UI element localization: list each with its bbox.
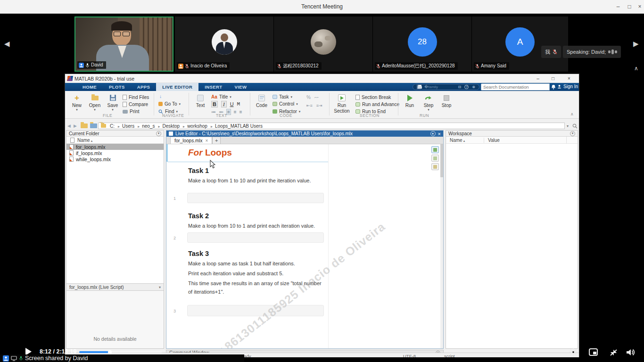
task3-text-1[interactable]: Make a loop same as task 1 but half iter…	[188, 260, 327, 268]
indent-left-icon[interactable]: ⇤≡	[306, 103, 313, 108]
control-dropdown[interactable]: Control	[272, 101, 298, 107]
breadcrumb-item[interactable]: Users	[116, 123, 134, 129]
scrollbar-thumb[interactable]	[440, 144, 443, 177]
tab-home[interactable]: HOME	[76, 83, 103, 91]
search-folder-icon[interactable]	[572, 123, 578, 129]
step-button[interactable]: Step	[420, 93, 438, 111]
breadcrumb-item[interactable]: Loops_MATLAB Users	[208, 123, 263, 129]
align-center-icon[interactable]: ≡	[234, 109, 237, 115]
stop-button[interactable]: Stop	[438, 93, 455, 108]
participant-tile-amany[interactable]: A Amany Said	[472, 16, 568, 72]
code-button[interactable]: Code	[253, 93, 271, 108]
panel-menu-icon[interactable]	[570, 131, 575, 136]
compare-button[interactable]: Compare	[123, 101, 148, 107]
shrink-window-icon[interactable]	[610, 349, 618, 356]
breadcrumb-item[interactable]: workshop	[181, 123, 207, 129]
browse-folder-icon[interactable]	[81, 123, 88, 128]
file-row-if-loops[interactable]: if_loops.mlx	[66, 150, 164, 156]
progress-handle[interactable]	[108, 350, 112, 354]
workspace-value-column[interactable]: Value	[484, 138, 566, 143]
sign-in[interactable]: Sign In	[557, 84, 578, 89]
new-tab-button[interactable]	[212, 137, 221, 144]
minimize-button[interactable]	[613, 2, 623, 11]
task3-text-3[interactable]: This time save the results in an array o…	[188, 280, 327, 296]
bold-button[interactable]: B	[211, 101, 218, 107]
title-style-dropdown[interactable]: AaTitle	[211, 94, 231, 100]
open-button[interactable]: Open	[86, 93, 104, 111]
monospace-button[interactable]: M	[237, 101, 240, 107]
task3-heading[interactable]: Task 3	[188, 250, 209, 257]
run-button[interactable]: Run	[401, 93, 419, 108]
save-button[interactable]: Save	[104, 93, 122, 111]
search-documentation-input[interactable]	[481, 84, 547, 90]
task2-text[interactable]: Make a loop from 10 to 1 and print each …	[188, 222, 327, 230]
new-button[interactable]: +New	[68, 93, 86, 111]
side-code-icon[interactable]	[431, 155, 439, 162]
participant-tile-david[interactable]: David	[74, 16, 173, 72]
tab-view[interactable]: VIEW	[228, 83, 253, 91]
editor-scrollbar[interactable]	[440, 144, 443, 348]
underline-button[interactable]: U	[230, 101, 234, 107]
code-placeholder-1[interactable]	[187, 193, 324, 203]
breadcrumb[interactable]: C: Users neo_s Desktop workshop Loops_MA…	[98, 123, 565, 129]
close-quickbar-icon[interactable]: ⊗	[472, 85, 475, 89]
matlab-maximize-button[interactable]	[547, 75, 559, 82]
quick-access-toolbar[interactable]: �family ⊟ ? ⊗	[413, 84, 479, 90]
tab-close-icon[interactable]	[205, 138, 208, 143]
notifications-bell-icon[interactable]	[551, 84, 556, 90]
italic-button[interactable]: I	[221, 101, 227, 107]
indent-right-icon[interactable]: ≡⇥	[316, 103, 322, 108]
strip-scroll-right-icon[interactable]	[633, 40, 639, 48]
run-section-button[interactable]: Run Section	[332, 93, 352, 114]
code-placeholder-3[interactable]	[187, 305, 324, 316]
breadcrumb-item[interactable]: Desktop	[156, 123, 180, 129]
task2-heading[interactable]: Task 2	[188, 212, 209, 220]
workspace-columns[interactable]: Name Value	[446, 137, 578, 144]
side-task-icon[interactable]	[431, 146, 439, 153]
task3-text-2[interactable]: Print each iteration value and substract…	[188, 270, 327, 278]
matlab-minimize-button[interactable]	[532, 75, 544, 82]
minimize-ribbon-icon[interactable]: ⊟	[458, 85, 462, 89]
file-details-bar[interactable]: for_loops.mlx (Live Script) ▾	[66, 283, 164, 291]
settings-gear-icon[interactable]	[569, 347, 578, 357]
participant-tile-2018030212[interactable]: 远程2018030212	[274, 16, 372, 72]
tab-apps[interactable]: APPS	[131, 83, 156, 91]
save-icon[interactable]	[417, 85, 421, 89]
text-button[interactable]: Text	[191, 93, 209, 108]
bullet-list-icon[interactable]: ≔	[211, 109, 216, 115]
help-icon[interactable]: ?	[464, 85, 469, 89]
editor-close-icon[interactable]: ×	[438, 131, 441, 137]
align-right-icon[interactable]: ≡	[239, 109, 242, 115]
task-dropdown[interactable]: Task	[272, 94, 292, 100]
back-icon[interactable]	[67, 123, 71, 128]
file-row-while-loops[interactable]: while_loops.mlx	[66, 156, 164, 162]
navigate-arrows-icon[interactable]: ↓	[159, 93, 162, 99]
task1-text[interactable]: Make a loop from 1 to 10 and print the i…	[188, 177, 327, 185]
up-folder-icon[interactable]	[90, 123, 97, 128]
picture-in-picture-icon[interactable]	[589, 348, 598, 356]
document-heading[interactable]: For Loops	[188, 148, 232, 158]
forward-icon[interactable]	[74, 123, 77, 128]
code-placeholder-2[interactable]	[187, 232, 324, 243]
file-row-for-loops[interactable]: for_loops.mlx	[66, 144, 164, 150]
side-text-icon[interactable]	[431, 163, 439, 170]
collapse-toolstrip-icon[interactable]: ∧	[570, 112, 574, 116]
path-dropdown-icon[interactable]: ▾	[567, 124, 569, 128]
section-break-button[interactable]: Section Break	[355, 94, 391, 100]
find-files-button[interactable]: Find Files	[123, 94, 149, 100]
participant-tile-aderito[interactable]: 28 AderitoMausse(巴托)_2020290128	[373, 16, 471, 72]
breadcrumb-item[interactable]: C:	[110, 123, 115, 129]
collapse-strip-icon[interactable]	[634, 65, 638, 72]
editor-menu-icon[interactable]	[430, 131, 436, 136]
print-button[interactable]: Print	[123, 108, 140, 115]
name-column-header[interactable]: Name	[66, 137, 164, 144]
progress-track[interactable]	[79, 351, 162, 353]
breadcrumb-item[interactable]: neo_s	[135, 123, 155, 129]
volume-speaker-icon[interactable]	[626, 348, 636, 357]
task1-heading[interactable]: Task 1	[188, 167, 209, 174]
close-button[interactable]	[635, 2, 644, 11]
run-advance-button[interactable]: Run and Advance	[355, 101, 399, 107]
wrap-icon[interactable]: ⌐⌐	[314, 95, 319, 99]
details-collapse-icon[interactable]: ▾	[159, 285, 161, 289]
panel-menu-icon[interactable]	[156, 131, 161, 136]
